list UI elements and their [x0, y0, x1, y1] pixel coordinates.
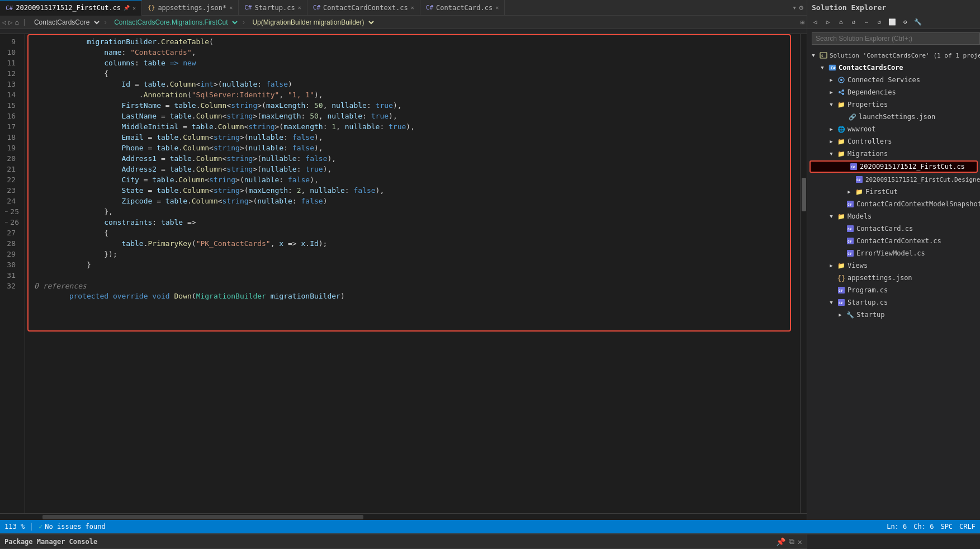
tree-item-wwwroot[interactable]: ▶ 🌐 wwwroot	[807, 123, 980, 135]
pkg-float-btn[interactable]: ⧉	[789, 537, 794, 546]
icon-wwwroot: 🌐	[837, 125, 846, 134]
tree-item-properties[interactable]: ▼ 📁 Properties	[807, 98, 980, 111]
pkg-pin-btn[interactable]: 📌	[776, 537, 785, 546]
collapse-btn-25[interactable]: —	[3, 209, 9, 215]
ln-18: 18	[0, 132, 20, 143]
tab-startup-close[interactable]: ✕	[298, 4, 301, 11]
pkg-close-btn[interactable]: ✕	[798, 537, 802, 546]
tab-contactcardcontext[interactable]: C# ContactCardContext.cs ✕	[307, 0, 420, 16]
tab-settings-icon[interactable]: ⚙	[799, 3, 803, 12]
tree-item-contactcardcontext-model[interactable]: ▶ C# ContactCardContext.cs	[807, 235, 980, 247]
se-back-btn[interactable]: ◁	[809, 17, 821, 28]
split-editor-icon[interactable]: ⊞	[801, 18, 804, 26]
tree-item-launchsettings[interactable]: ▶ 🔗 launchSettings.json	[807, 111, 980, 123]
nav-forward[interactable]: ▷	[8, 18, 12, 26]
tab-appsettings-label: appsettings.json*	[158, 4, 226, 12]
se-collapse-btn[interactable]: ⬜	[887, 17, 898, 28]
se-home-btn[interactable]: ⌂	[835, 17, 846, 28]
se-sync-btn[interactable]: ↺	[848, 17, 859, 28]
se-search-container	[807, 29, 980, 48]
tree-label-firstcut-file: 20200915171512_FirstCut.cs	[860, 163, 965, 171]
svg-text:C#: C#	[831, 66, 836, 70]
tab-contactcardcontext-close[interactable]: ✕	[411, 4, 414, 11]
arrow-deps: ▶	[827, 89, 835, 95]
ln-27: 27	[0, 228, 20, 238]
solution-explorer-title: Solution Explorer	[812, 3, 886, 12]
ln-26: —26	[0, 217, 20, 228]
tree-item-firstcut-node[interactable]: ▶ 📁 FirstCut	[807, 186, 980, 198]
ln-25: —25	[0, 206, 20, 217]
vertical-scrollbar[interactable]	[800, 34, 807, 513]
tree-label-errorviewmodel: ErrorViewModel.cs	[856, 249, 925, 257]
tree-item-firstcut-designer[interactable]: ▶ C# 20200915171512_FirstCut.Designer.cs	[807, 173, 980, 186]
ln-10: 10	[0, 47, 20, 58]
tree-item-startup-node[interactable]: ▶ 🔧 Startup	[807, 309, 980, 321]
tree-item-errorviewmodel[interactable]: ▶ C# ErrorViewModel.cs	[807, 247, 980, 259]
zoom-status[interactable]: 113 %	[4, 523, 25, 531]
scrollbar-thumb[interactable]	[802, 178, 806, 211]
se-settings-btn[interactable]: ⚙	[899, 17, 911, 28]
tree-label-migrations: Migrations	[848, 150, 888, 158]
tab-contactcardcontext-label: ContactCardContext.cs	[323, 4, 408, 12]
tree-item-views[interactable]: ▶ 📁 Views	[807, 259, 980, 272]
tree-item-solution[interactable]: ▼ S Solution 'ContactCardsCore' (1 of 1 …	[807, 49, 980, 61]
tree-item-project[interactable]: ▼ C# ContactCardsCore	[807, 61, 980, 74]
tree-item-appsettings[interactable]: ▶ {} appsettings.json	[807, 272, 980, 284]
tab-overflow-icons: ▾ ⚙	[789, 3, 807, 12]
tree-item-migrations[interactable]: ▼ 📁 Migrations	[807, 148, 980, 160]
code-line-9: migrationBuilder.CreateTable(	[34, 36, 800, 47]
icon-folder-startup: 🔧	[846, 310, 855, 319]
code-line-21: Address2 = table.Column<string>(nullable…	[34, 164, 800, 174]
svg-point-5	[840, 79, 842, 81]
icon-folder-firstcut: 📁	[855, 187, 864, 196]
horizontal-scrollbar[interactable]	[0, 513, 807, 520]
se-wrench-btn[interactable]: 🔧	[912, 17, 924, 28]
breadcrumb-project-select[interactable]: ContactCardsCore	[30, 18, 101, 27]
tab-appsettings-close[interactable]: ✕	[229, 4, 233, 11]
tab-firstcut[interactable]: C# 20200915171512_FirstCut.cs 📌 ✕	[0, 0, 142, 16]
se-forward-btn[interactable]: ▷	[822, 17, 834, 28]
arrow-solution: ▼	[809, 53, 817, 58]
ln-30: 30	[0, 259, 20, 270]
package-manager-console: Package Manager Console 📌 ⧉ ✕ Package so…	[0, 533, 807, 549]
ln-13: 13	[0, 79, 20, 89]
svg-line-9	[841, 91, 842, 92]
tree-item-firstcut-file[interactable]: ▶ C# 20200915171512_FirstCut.cs	[809, 160, 978, 173]
se-refresh-btn[interactable]: ↺	[874, 17, 885, 28]
h-scrollbar-thumb[interactable]	[42, 515, 363, 519]
tab-contactcard[interactable]: C# ContactCard.cs ✕	[420, 0, 505, 16]
code-line-25: },	[34, 206, 800, 217]
ln-14: 14	[0, 89, 20, 100]
tab-dropdown-icon[interactable]: ▾	[792, 3, 797, 12]
breadcrumb-namespace-select[interactable]: ContactCardsCore.Migrations.FirstCut	[110, 18, 239, 27]
nav-back[interactable]: ◁	[2, 18, 6, 26]
collapse-btn-26[interactable]: —	[3, 220, 9, 225]
se-search-input[interactable]	[812, 32, 980, 45]
tree-item-controllers[interactable]: ▶ 📁 Controllers	[807, 135, 980, 148]
code-area[interactable]: migrationBuilder.CreateTable( name: "Con…	[25, 34, 800, 304]
tree-item-models[interactable]: ▼ 📁 Models	[807, 210, 980, 223]
icon-cs-contactcardcontext: C#	[846, 236, 855, 245]
tab-appsettings[interactable]: {} appsettings.json* ✕	[142, 0, 239, 16]
tree-item-contactcard-model[interactable]: ▶ C# ContactCard.cs	[807, 223, 980, 235]
code-line-17: MiddleInitial = table.Column<string>(max…	[34, 121, 800, 132]
se-filter-btn[interactable]: ⋯	[861, 17, 872, 28]
editor-content[interactable]: 9 10 11 12 13 14 15 16 17 18 19 20 21 22…	[0, 34, 807, 513]
tree-item-connected-services[interactable]: ▶ Connected Services	[807, 74, 980, 86]
tab-firstcut-close[interactable]: ✕	[132, 5, 136, 11]
nav-home[interactable]: ⌂	[15, 18, 18, 26]
arrow-models: ▼	[827, 214, 835, 219]
tree-item-program[interactable]: ▶ C# Program.cs	[807, 284, 980, 296]
tab-contactcard-close[interactable]: ✕	[495, 4, 499, 11]
tree-item-startup-file[interactable]: ▼ C# Startup.cs	[807, 296, 980, 309]
status-bar: 113 % ✓ No issues found Ln: 6 Ch: 6 SPC …	[0, 520, 980, 533]
svg-point-6	[839, 91, 841, 93]
issues-icon: ✓	[39, 523, 42, 531]
tree-item-context-snapshot[interactable]: ▶ C# ContactCardContextModelSnapshot.cs	[807, 198, 980, 210]
arrow-startup-node: ▶	[836, 312, 844, 318]
issues-status[interactable]: ✓ No issues found	[39, 523, 106, 531]
tab-startup[interactable]: C# Startup.cs ✕	[239, 0, 307, 16]
ln-22: 22	[0, 174, 20, 185]
tree-item-dependencies[interactable]: ▶ Dependencies	[807, 86, 980, 98]
breadcrumb-method-select[interactable]: Up(MigrationBuilder migrationBuilder)	[248, 18, 376, 27]
